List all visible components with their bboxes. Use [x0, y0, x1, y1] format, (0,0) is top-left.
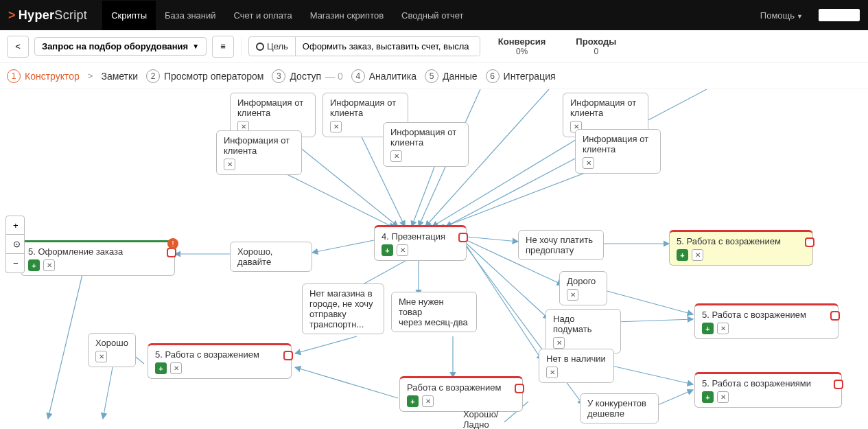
handle-icon[interactable]: [515, 384, 524, 393]
menu-button[interactable]: ≡: [212, 36, 234, 58]
close-icon[interactable]: [583, 157, 594, 169]
node-nostock[interactable]: Нет в наличии: [539, 349, 614, 383]
handle-icon[interactable]: [805, 237, 814, 247]
tab-access[interactable]: 3Доступ — 0: [272, 69, 342, 83]
tab-preview[interactable]: 2Просмотр оператором: [146, 69, 263, 83]
tab-integration[interactable]: 6Интеграция: [486, 69, 556, 83]
close-icon[interactable]: [170, 362, 182, 374]
logo-chevron-icon: >: [8, 8, 16, 22]
crumb-sep: >: [88, 71, 93, 81]
node-step-5-obj-3[interactable]: 5. Работа с возражениями +: [694, 372, 842, 408]
node-info-4[interactable]: Информация от клиента: [216, 130, 302, 175]
handle-icon[interactable]: [834, 380, 843, 389]
zoom-controls: + ⊙ −: [5, 216, 25, 273]
node-info-6[interactable]: Информация от клиента: [575, 129, 661, 174]
plus-icon[interactable]: +: [702, 323, 714, 334]
node-step-4[interactable]: 4. Презентация +: [374, 225, 467, 261]
nav-scripts[interactable]: Скрипты: [102, 1, 156, 30]
nav-billing[interactable]: Счет и оплата: [225, 1, 301, 30]
node-step-5-obj-yellow[interactable]: 5. Работа с возражением +: [669, 230, 813, 266]
zoom-out-button[interactable]: −: [5, 254, 25, 273]
close-icon[interactable]: [692, 249, 703, 261]
svg-line-28: [103, 364, 113, 419]
close-icon[interactable]: [422, 395, 434, 407]
node-step-5-order[interactable]: ! 5. Оформление заказа +: [21, 240, 175, 276]
svg-line-10: [312, 240, 374, 253]
close-icon[interactable]: [567, 289, 578, 301]
metric-conversion: Конверсия 0%: [486, 36, 559, 56]
nav-kb[interactable]: База знаний: [156, 1, 225, 30]
step-tabs: 1Конструктор > Заметки 2Просмотр операто…: [0, 63, 868, 89]
goal-field: Цель: [248, 36, 480, 56]
node-ok[interactable]: Хорошо: [88, 333, 136, 367]
script-selector[interactable]: Запрос на подбор оборудования▼: [34, 37, 207, 56]
handle-icon[interactable]: [167, 248, 176, 257]
target-icon: [256, 43, 264, 51]
tab-notes[interactable]: Заметки: [101, 71, 138, 82]
nav-report[interactable]: Сводный отчет: [392, 1, 473, 30]
node-step-5-obj-left[interactable]: 5. Работа с возражением +: [148, 343, 292, 379]
goal-input[interactable]: [296, 37, 480, 56]
close-icon[interactable]: [717, 323, 729, 334]
tab-analytics[interactable]: 4Аналитика: [351, 69, 417, 83]
plus-icon[interactable]: +: [382, 244, 393, 256]
plus-icon[interactable]: +: [28, 259, 40, 271]
toolbar: < Запрос на подбор оборудования▼ ≡ Цель …: [0, 30, 868, 63]
nav-user[interactable]: [819, 9, 860, 21]
nav-store[interactable]: Магазин скриптов: [301, 1, 392, 30]
handle-icon[interactable]: [283, 351, 293, 360]
divider: [241, 37, 242, 56]
tab-constructor[interactable]: 1Конструктор: [7, 69, 80, 83]
node-think[interactable]: Надо подумать: [546, 309, 621, 353]
close-icon[interactable]: [330, 121, 342, 132]
tab-data[interactable]: 5Данные: [425, 69, 478, 83]
svg-line-27: [48, 275, 82, 419]
plus-icon[interactable]: +: [155, 362, 167, 374]
alert-icon: !: [167, 238, 178, 249]
svg-line-29: [295, 367, 398, 398]
plus-icon[interactable]: +: [702, 391, 714, 403]
node-ok-ladno[interactable]: Хорошо/ Ладно давайте: [456, 405, 532, 429]
handle-icon[interactable]: [458, 233, 468, 242]
metric-passes: Проходы 0: [563, 36, 629, 56]
zoom-in-button[interactable]: +: [5, 216, 25, 235]
back-button[interactable]: <: [7, 36, 29, 58]
close-icon[interactable]: [546, 367, 558, 378]
svg-line-24: [295, 336, 357, 353]
close-icon[interactable]: [717, 391, 729, 403]
plus-icon[interactable]: +: [677, 249, 688, 261]
plus-icon[interactable]: +: [407, 395, 419, 407]
node-expensive[interactable]: Дорого: [559, 271, 607, 305]
nav-help[interactable]: Помощь▼: [751, 1, 812, 30]
node-noshop[interactable]: Нет магазина в городе, не хочу отправку …: [302, 283, 384, 334]
svg-line-14: [467, 246, 542, 360]
node-ok-davayte[interactable]: Хорошо, давайте: [230, 242, 312, 272]
close-icon[interactable]: [390, 150, 402, 162]
chevron-down-icon: ▼: [797, 13, 803, 20]
canvas[interactable]: + ⊙ −: [0, 89, 868, 429]
node-cheaper[interactable]: У конкурентов дешевле: [580, 393, 659, 424]
close-icon[interactable]: [553, 337, 565, 349]
close-icon[interactable]: [224, 159, 235, 170]
close-icon[interactable]: [397, 244, 408, 256]
top-nav: >HyperScript Скрипты База знаний Счет и …: [0, 0, 868, 30]
close-icon[interactable]: [95, 351, 107, 362]
logo: >HyperScript: [8, 8, 87, 23]
goal-label: Цель: [249, 37, 296, 56]
node-later[interactable]: Мне нужен товар через месяц-два: [391, 292, 477, 332]
node-info-3[interactable]: Информация от клиента: [383, 122, 469, 167]
node-step-5-obj-2[interactable]: 5. Работа с возражением +: [694, 303, 838, 339]
handle-icon[interactable]: [830, 311, 840, 321]
zoom-center-button[interactable]: ⊙: [5, 235, 25, 254]
chevron-down-icon: ▼: [192, 43, 199, 50]
close-icon[interactable]: [43, 259, 55, 271]
svg-line-11: [467, 237, 518, 242]
node-noprepay[interactable]: Не хочу платить предоплату: [518, 230, 604, 260]
